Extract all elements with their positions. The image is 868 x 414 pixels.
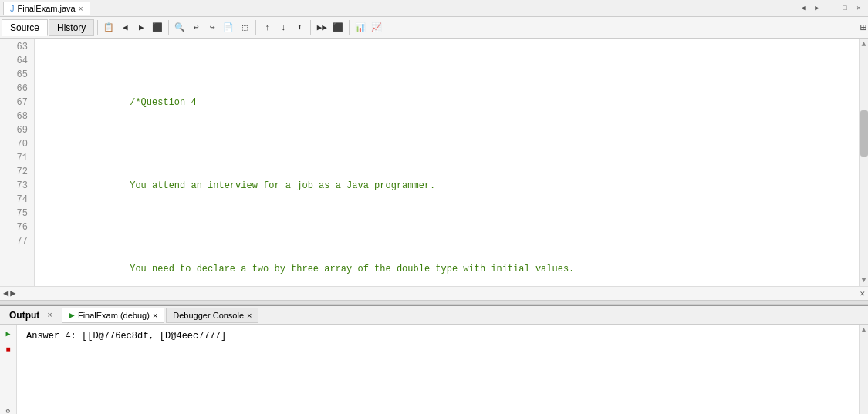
editor-container: 63 64 65 66 67 68 69 70 71 72 73 74 75 7… (0, 39, 868, 301)
toolbar-btn-12[interactable]: ⬆ (292, 20, 307, 35)
output-content[interactable]: Answer 4: [[D@776ec8df, [D@4eec7777] (17, 325, 859, 414)
line-num-64: 64 (6, 54, 28, 68)
output-scroll-up[interactable]: ▲ (860, 326, 868, 335)
toolbar-btn-2[interactable]: ◀ (117, 20, 133, 35)
toolbar-btn-1[interactable]: 📋 (101, 20, 117, 35)
output-sidebar: ▶ ■ ⚙ (0, 325, 17, 414)
output-title: Output (3, 310, 46, 321)
scroll-thumb[interactable] (860, 110, 868, 157)
toolbar-btn-11[interactable]: ↓ (275, 20, 291, 35)
output-panel: Output × ▶ FinalExam (debug) × Debugger … (0, 305, 868, 414)
line-numbers: 63 64 65 66 67 68 69 70 71 72 73 74 75 7… (0, 39, 35, 286)
output-tab-finalexam-label: FinalExam (debug) (78, 311, 150, 320)
code-area[interactable]: /*Question 4 You attend an interview for… (35, 39, 859, 286)
toolbar-btn-9[interactable]: ⬚ (237, 20, 252, 35)
code-line-63: /*Question 4 (41, 82, 853, 123)
line-num-70: 70 (6, 137, 28, 151)
toolbar-separator-5 (349, 20, 350, 35)
line-num-71: 71 (6, 151, 28, 165)
nav-minimize-btn[interactable]: — (825, 2, 837, 15)
scroll-right-btn[interactable]: ▶ (10, 288, 15, 299)
scroll-up-btn[interactable]: ▲ (861, 40, 866, 49)
toolbar-btn-16[interactable]: 📈 (369, 20, 384, 35)
toolbar-separator-2 (168, 20, 169, 35)
line-num-65: 65 (6, 68, 28, 82)
output-scrollbar[interactable]: ▲ (859, 325, 868, 414)
debug-run-icon: ▶ (69, 311, 75, 319)
code-comment-65: You need to declare a two by three array… (86, 264, 575, 274)
output-minimize-btn[interactable]: — (850, 310, 865, 321)
nav-right-btn[interactable]: ▶ (811, 2, 823, 15)
toolbar-btn-13[interactable]: ▶▶ (314, 20, 329, 35)
line-num-74: 74 (6, 193, 28, 207)
editor-inner: 63 64 65 66 67 68 69 70 71 72 73 74 75 7… (0, 39, 868, 286)
toolbar-separator-3 (255, 20, 256, 35)
line-num-66: 66 (6, 82, 28, 96)
toolbar-btn-8[interactable]: 📄 (221, 20, 236, 35)
output-title-close[interactable]: × (47, 311, 52, 320)
line-num-72: 72 (6, 165, 28, 179)
toolbar-btn-3[interactable]: ▶ (133, 20, 149, 35)
editor-scrollbar-v[interactable]: ▲ ▼ (859, 39, 868, 286)
line-num-63: 63 (6, 40, 28, 54)
output-settings-btn[interactable]: ⚙ (2, 405, 15, 414)
code-comment-64: You attend an interview for a job as a J… (86, 180, 436, 191)
output-stop-btn[interactable]: ■ (2, 343, 15, 355)
nav-left-btn[interactable]: ◀ (797, 2, 809, 15)
line-num-77: 77 (6, 234, 28, 248)
output-text: Answer 4: [[D@776ec8df, [D@4eec7777] (26, 329, 849, 343)
toolbar-btn-7[interactable]: ↪ (204, 20, 220, 35)
toolbar-btn-6[interactable]: ↩ (188, 20, 204, 35)
close-editor-btn[interactable]: ✕ (860, 288, 865, 298)
line-num-76: 76 (6, 220, 28, 234)
toolbar-expand-btn[interactable]: ⊞ (860, 21, 866, 34)
toolbar-separator-1 (97, 20, 98, 35)
file-tab-close[interactable]: × (79, 5, 83, 13)
history-tab[interactable]: History (49, 19, 94, 36)
code-line-65: You need to declare a two by three array… (41, 248, 853, 286)
editor-toolbar: Source History 📋 ◀ ▶ ⬛ 🔍 ↩ ↪ 📄 ⬚ ↑ ↓ ⬆ ▶… (0, 17, 868, 39)
toolbar-btn-14[interactable]: ⬛ (330, 20, 346, 35)
output-header: Output × ▶ FinalExam (debug) × Debugger … (0, 306, 868, 325)
output-tab-debugconsole-close[interactable]: × (247, 311, 252, 320)
output-tab-debugconsole-label: Debugger Console (173, 311, 244, 320)
file-tab[interactable]: J FinalExam.java × (3, 2, 90, 15)
line-num-73: 73 (6, 179, 28, 193)
output-body: ▶ ■ ⚙ Answer 4: [[D@776ec8df, [D@4eec777… (0, 325, 868, 414)
line-num-69: 69 (6, 123, 28, 137)
toolbar-btn-5[interactable]: 🔍 (172, 20, 187, 35)
file-icon: J (10, 4, 15, 13)
output-tab-finalexam[interactable]: ▶ FinalExam (debug) × (62, 308, 164, 323)
title-bar: J FinalExam.java × ◀ ▶ — □ ✕ (0, 0, 868, 17)
source-tab[interactable]: Source (2, 19, 48, 36)
nav-close-btn[interactable]: ✕ (853, 2, 865, 15)
output-run-btn[interactable]: ▶ (2, 328, 15, 340)
file-tab-label: FinalExam.java (18, 4, 76, 13)
code-line-64: You attend an interview for a job as a J… (41, 165, 853, 207)
output-tab-debugconsole[interactable]: Debugger Console × (166, 308, 258, 323)
line-num-68: 68 (6, 109, 28, 123)
toolbar-separator-4 (310, 20, 311, 35)
scroll-down-btn[interactable]: ▼ (861, 276, 866, 284)
line-num-75: 75 (6, 207, 28, 220)
code-comment-63: /*Question 4 (86, 97, 197, 108)
toolbar-btn-15[interactable]: 📊 (353, 20, 368, 35)
toolbar-btn-10[interactable]: ↑ (259, 20, 275, 35)
output-tab-finalexam-close[interactable]: × (153, 311, 157, 320)
editor-bottom-bar: ◀ ▶ ✕ (0, 286, 868, 300)
nav-maximize-btn[interactable]: □ (839, 2, 851, 15)
line-num-67: 67 (6, 96, 28, 109)
title-nav-buttons: ◀ ▶ — □ ✕ (797, 2, 865, 15)
toolbar-btn-4[interactable]: ⬛ (150, 20, 165, 35)
scroll-left-btn[interactable]: ◀ (3, 288, 8, 299)
